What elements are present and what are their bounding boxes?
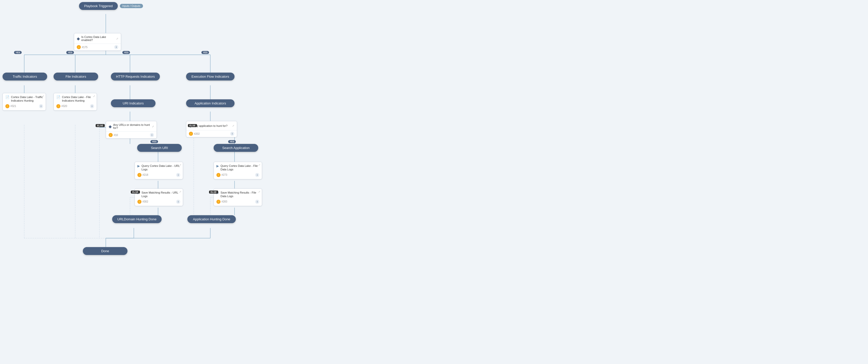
cortex-file-card[interactable]: 📄 Cortex Data Lake - File Indicators Hun… <box>54 93 97 110</box>
lightning-save-file: ⚡ <box>216 200 220 204</box>
save-url-id: #302 <box>143 200 148 203</box>
search-app-node[interactable]: Search Application <box>214 144 258 152</box>
traffic-indicators-pill[interactable]: Traffic Indicators <box>3 73 47 80</box>
info-file: i <box>90 104 94 108</box>
inputs-outputs-pill[interactable]: Inputs / Outputs <box>120 4 143 8</box>
lightning-app: ⚡ <box>189 132 193 136</box>
expand-icon-app: ⤢ <box>232 124 234 127</box>
cortex-enabled-id: #175 <box>82 46 87 48</box>
uri-indicators-pill[interactable]: URI Indicators <box>111 99 155 107</box>
exec-flow-label: Execution Flow Indicators <box>191 75 229 78</box>
expand-icon-save-url: ⤢ <box>179 190 181 193</box>
save-url-logs-card[interactable]: ▶ Save Matching Results - URL Logs ⤢ ⚡ #… <box>134 189 183 206</box>
expand-icon-url: ⤢ <box>179 164 181 166</box>
query-file-id: #273 <box>221 173 227 176</box>
save-file-logs-card[interactable]: ▶ Save Matching Results - File Data Logs… <box>214 189 262 206</box>
http-indicators-pill[interactable]: HTTP Requests Indicators <box>111 73 160 80</box>
app-indicators-label: Application Indicators <box>194 101 226 105</box>
file-indicators-node[interactable]: File Indicators <box>54 73 98 80</box>
cortex-file-id: #320 <box>61 105 67 107</box>
app-indicators-pill[interactable]: Application Indicators <box>186 99 235 107</box>
else-label-uri: ELSE <box>96 124 105 127</box>
app-done-pill[interactable]: Application Hunting Done <box>187 215 236 223</box>
uri-indicators-label: URI Indicators <box>123 101 144 105</box>
http-indicators-node[interactable]: HTTP Requests Indicators <box>111 73 160 80</box>
info-app: i <box>230 132 234 136</box>
urldomain-done-label: URLDomain Hunting Done <box>117 217 157 221</box>
lightning-file: ⚡ <box>56 104 60 108</box>
else-label-app: ELSE <box>188 124 197 127</box>
cortex-traffic-card[interactable]: 📄 Cortex Data Lake - Traffic Indicators … <box>3 93 46 110</box>
expand-icon-save-file: ⤢ <box>258 190 260 193</box>
file-icon-traffic: 📄 <box>5 95 9 99</box>
query-url-id: #218 <box>143 173 148 176</box>
yes-label-exec: YES <box>202 51 209 54</box>
expand-icon-urls: ⤢ <box>152 125 154 128</box>
query-file-title: Query Cortex Data Lake - File Data Logs <box>220 164 259 171</box>
lightning-icon: ⚡ <box>77 45 81 49</box>
yes-label-http: YES <box>122 51 130 54</box>
yes-label-file: YES <box>66 51 74 54</box>
traffic-indicators-label: Traffic Indicators <box>13 75 37 78</box>
cortex-file-title: Cortex Data Lake - File Indicators Hunti… <box>62 95 94 103</box>
save-file-title: Save Matching Results - File Data Logs <box>220 191 259 198</box>
any-app-id: #202 <box>194 132 199 135</box>
search-app-pill[interactable]: Search Application <box>214 144 258 152</box>
playbook-triggered-pill[interactable]: Playbook Triggered <box>79 2 118 10</box>
search-app-label: Search Application <box>222 146 250 150</box>
lightning-save-url: ⚡ <box>137 200 142 204</box>
arrow-icon-url: ▶ <box>137 164 140 168</box>
app-done-node[interactable]: Application Hunting Done <box>187 215 236 223</box>
any-app-text: Any application to hunt for? <box>193 124 227 127</box>
else-save-url: ELSE <box>131 191 140 194</box>
cortex-enabled-condition[interactable]: ◆ Is Cortex Data Lake enabled? ⤢ ⚡ #175 … <box>74 33 121 51</box>
urldomain-done-node[interactable]: URLDomain Hunting Done <box>112 215 162 223</box>
arrow-icon-file-logs: ▶ <box>216 164 219 168</box>
info-file-logs: i <box>255 173 259 177</box>
exec-flow-pill[interactable]: Execution Flow Indicators <box>186 73 235 80</box>
playbook-triggered-node[interactable]: Playbook Triggered Inputs / Outputs <box>79 2 143 10</box>
cortex-traffic-title: Cortex Data Lake - Traffic Indicators Hu… <box>11 95 43 103</box>
done-label: Done <box>101 249 109 253</box>
lightning-traffic: ⚡ <box>5 104 9 108</box>
lightning-urls: ⚡ <box>108 133 113 137</box>
info-traffic: i <box>39 104 43 108</box>
else-save-file: ELSE <box>209 191 218 194</box>
file-indicators-pill[interactable]: File Indicators <box>54 73 98 80</box>
traffic-indicators-node[interactable]: Traffic Indicators <box>3 73 47 80</box>
exec-flow-node[interactable]: Execution Flow Indicators <box>186 73 235 80</box>
app-done-label: Application Hunting Done <box>193 217 230 221</box>
info-icon: i <box>114 45 118 49</box>
query-url-logs-card[interactable]: ▶ Query Cortex Data Lake - URL Logs ⤢ ⚡ … <box>134 162 183 179</box>
expand-icon-file-logs: ⤢ <box>258 164 260 166</box>
lightning-url: ⚡ <box>137 173 142 177</box>
diamond-icon: ◆ <box>77 36 80 41</box>
any-urls-condition[interactable]: ◆ Any URLs or domains to hunt for? ⤢ ⚡ #… <box>106 121 157 139</box>
search-uri-pill[interactable]: Search URI <box>137 144 182 152</box>
done-node[interactable]: Done <box>83 247 127 255</box>
query-url-title: Query Cortex Data Lake - URL Logs <box>142 164 180 171</box>
query-file-logs-card[interactable]: ▶ Query Cortex Data Lake - File Data Log… <box>214 162 262 179</box>
connection-lines <box>0 0 868 364</box>
uri-indicators-node[interactable]: URI Indicators <box>111 99 155 107</box>
expand-icon: ⤢ <box>116 37 118 40</box>
diamond-icon-urls: ◆ <box>108 124 112 129</box>
urldomain-done-pill[interactable]: URLDomain Hunting Done <box>112 215 162 223</box>
yes-label-traffic: YES <box>14 51 22 54</box>
cortex-traffic-id: #321 <box>10 105 16 107</box>
lightning-file-logs: ⚡ <box>216 173 220 177</box>
any-urls-id: #10 <box>114 134 118 136</box>
flow-canvas: Playbook Triggered Inputs / Outputs ◆ Is… <box>0 0 868 364</box>
file-indicators-label: File Indicators <box>65 75 86 78</box>
search-uri-node[interactable]: Search URI <box>137 144 182 152</box>
yes-label-uri: YES <box>150 140 158 143</box>
file-icon-file: 📄 <box>56 95 60 99</box>
any-app-condition[interactable]: ◆ Any application to hunt for? ⤢ ⚡ #202 … <box>186 121 237 137</box>
http-indicators-label: HTTP Requests Indicators <box>116 75 155 78</box>
app-indicators-node[interactable]: Application Indicators <box>186 99 235 107</box>
any-urls-text: Any URLs or domains to hunt for? <box>113 123 150 129</box>
info-urls: i <box>150 133 154 137</box>
done-pill[interactable]: Done <box>83 247 127 255</box>
expand-icon-file: ⤢ <box>93 95 95 98</box>
save-url-title: Save Matching Results - URL Logs <box>142 191 180 198</box>
